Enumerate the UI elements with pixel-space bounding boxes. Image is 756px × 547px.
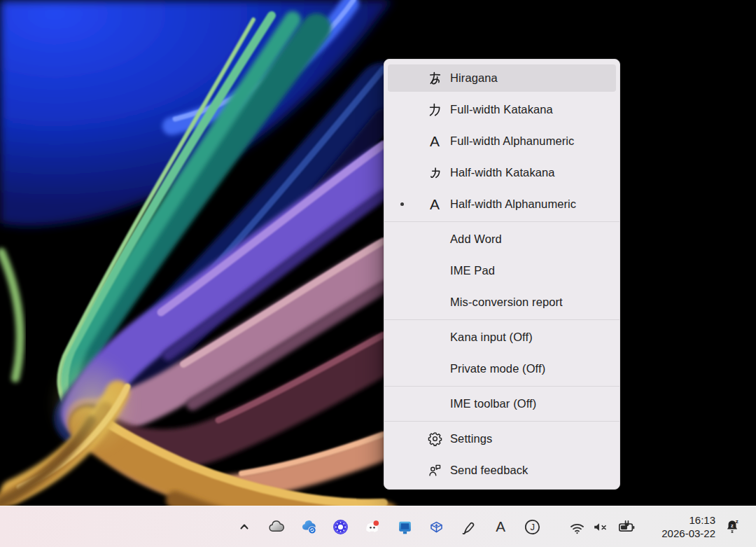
menu-item-settings[interactable]: Settings <box>384 423 620 455</box>
menu-item-halfwidth-katakana[interactable]: Half-width Katakana <box>384 157 620 188</box>
selected-mode-bullet <box>384 202 419 206</box>
svg-text:J: J <box>530 522 535 532</box>
remote-display-icon[interactable] <box>395 517 414 536</box>
menu-item-ime-pad[interactable]: IME Pad <box>384 255 620 286</box>
volume-muted-icon[interactable] <box>590 517 610 536</box>
halfwidth-ka-icon <box>419 165 450 181</box>
taskbar: A J <box>0 506 756 547</box>
fullwidth-a-icon: A <box>419 134 450 148</box>
menu-item-fullwidth-katakana[interactable]: Full-width Katakana <box>384 94 620 125</box>
menu-item-label: Private mode (Off) <box>450 362 545 375</box>
menu-item-label: Half-width Alphanumeric <box>450 198 576 211</box>
menu-item-send-feedback[interactable]: Send feedback <box>384 455 620 486</box>
onedrive-cloud-icon[interactable] <box>266 517 286 536</box>
clock-time: 16:13 <box>662 513 715 527</box>
katakana-ka-icon <box>419 102 450 118</box>
taskbar-clock[interactable]: 16:13 2026-03-22 <box>662 513 715 540</box>
menu-item-label: Add Word <box>450 233 502 246</box>
notification-bell-dnd-icon[interactable]: z z <box>722 517 742 536</box>
menu-item-halfwidth-alphanumeric[interactable]: A Half-width Alphanumeric <box>384 188 620 220</box>
svg-text:z: z <box>736 518 738 525</box>
menu-item-label: Kana input (Off) <box>450 331 533 344</box>
ime-context-menu: Hiragana Full-width Katakana A Full-widt… <box>384 59 620 490</box>
gear-icon <box>419 431 450 446</box>
menu-item-label: Mis-conversion report <box>450 296 563 309</box>
menu-item-label: Settings <box>450 432 492 445</box>
svg-text:A: A <box>496 518 505 534</box>
menu-item-kana-input[interactable]: Kana input (Off) <box>384 321 620 353</box>
menu-separator <box>384 421 620 422</box>
menu-separator <box>384 221 620 222</box>
pen-icon[interactable] <box>458 517 478 536</box>
menu-separator <box>384 386 620 387</box>
discord-icon[interactable] <box>363 517 382 536</box>
feedback-icon <box>419 463 450 478</box>
menu-item-label: Full-width Alphanumeric <box>450 134 574 148</box>
menu-item-fullwidth-alphanumeric[interactable]: A Full-width Alphanumeric <box>384 125 620 157</box>
menu-item-label: IME toolbar (Off) <box>450 397 536 410</box>
menu-item-label: IME Pad <box>450 264 495 277</box>
menu-item-misconversion-report[interactable]: Mis-conversion report <box>384 286 620 318</box>
app-ring-icon[interactable] <box>330 517 350 536</box>
bloom-art <box>0 0 756 547</box>
clock-date: 2026-03-22 <box>662 527 715 540</box>
chevron-up-icon[interactable] <box>234 517 254 536</box>
language-j-icon[interactable]: J <box>522 517 542 536</box>
menu-item-label: Hiragana <box>450 71 498 85</box>
sync-cloud-icon[interactable] <box>299 517 318 536</box>
menu-item-hiragana[interactable]: Hiragana <box>384 62 620 94</box>
ime-mode-icon[interactable]: A <box>491 517 510 536</box>
desktop: Hiragana Full-width Katakana A Full-widt… <box>0 0 756 547</box>
wifi-icon[interactable] <box>567 517 587 536</box>
menu-item-label: Full-width Katakana <box>450 103 553 116</box>
menu-item-add-word[interactable]: Add Word <box>384 223 620 255</box>
dev-box-icon[interactable] <box>426 517 446 536</box>
svg-text:z: z <box>731 522 734 529</box>
menu-separator <box>384 319 620 320</box>
menu-item-label: Send feedback <box>450 464 528 477</box>
hiragana-a-icon <box>419 70 450 86</box>
battery-charging-icon[interactable] <box>617 517 636 536</box>
menu-item-label: Half-width Katakana <box>450 166 555 179</box>
halfwidth-a-icon: A <box>419 197 450 212</box>
wallpaper-bloom <box>0 0 756 547</box>
menu-item-private-mode[interactable]: Private mode (Off) <box>384 353 620 385</box>
menu-item-ime-toolbar[interactable]: IME toolbar (Off) <box>384 388 620 420</box>
